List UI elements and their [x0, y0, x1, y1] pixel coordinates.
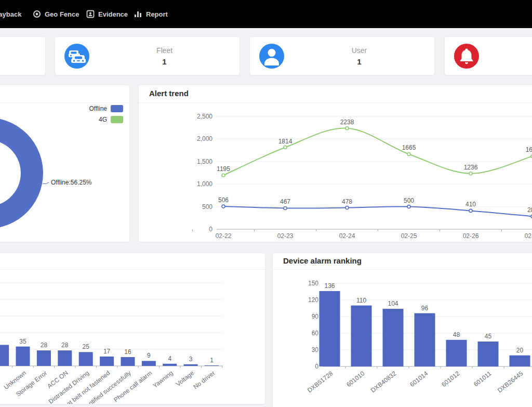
- bell-icon: [454, 44, 479, 69]
- svg-text:1620: 1620: [526, 146, 532, 153]
- svg-text:DXB51728: DXB51728: [306, 370, 335, 394]
- person-icon: [259, 44, 284, 69]
- alert-trend-chart: 05001,0001,5002,0002,50002-2202-2302-240…: [139, 85, 532, 242]
- device-ranking-chart: 0306090120150136DXB51728110601010104DXB4…: [273, 253, 532, 407]
- svg-text:02-27: 02-27: [525, 232, 532, 240]
- device-status-title: [0, 85, 129, 103]
- geofence-icon: [33, 10, 41, 18]
- svg-text:48: 48: [453, 331, 460, 338]
- svg-text:02-26: 02-26: [463, 232, 479, 240]
- nav-item-evidence[interactable]: Evidence: [86, 0, 128, 28]
- svg-text:410: 410: [466, 201, 476, 208]
- alarm-type-card: 35Unknown28Storage Error28ACC ON25Distra…: [0, 253, 265, 404]
- svg-text:478: 478: [342, 198, 352, 205]
- svg-text:601014: 601014: [408, 370, 429, 388]
- svg-text:16: 16: [124, 348, 131, 356]
- svg-text:20: 20: [516, 347, 524, 354]
- legend-4g-swatch: [111, 116, 123, 123]
- svg-text:0: 0: [315, 363, 318, 370]
- legend-item-offline[interactable]: Offline: [89, 105, 123, 112]
- user-value: 1: [284, 57, 434, 66]
- svg-text:90: 90: [312, 313, 319, 320]
- svg-text:500: 500: [202, 203, 212, 211]
- device-status-legend: Offline 4G: [89, 105, 123, 127]
- svg-text:35: 35: [19, 338, 26, 345]
- svg-text:02-23: 02-23: [277, 232, 294, 240]
- svg-text:506: 506: [218, 196, 229, 204]
- svg-text:0: 0: [209, 226, 212, 233]
- cars-icon: [64, 44, 89, 69]
- fleet-value: 1: [89, 57, 240, 66]
- svg-text:2,000: 2,000: [197, 135, 212, 142]
- svg-text:28: 28: [61, 342, 69, 349]
- legend-offline-label: Offline: [89, 105, 107, 112]
- evidence-icon: [86, 10, 95, 18]
- svg-text:467: 467: [280, 198, 290, 205]
- svg-text:1,500: 1,500: [197, 158, 212, 165]
- svg-text:110: 110: [356, 297, 366, 304]
- svg-text:500: 500: [404, 197, 414, 204]
- svg-text:02-22: 02-22: [216, 232, 232, 240]
- svg-text:1: 1: [210, 357, 214, 364]
- svg-text:1195: 1195: [217, 165, 230, 173]
- alarm-type-title: [0, 253, 265, 270]
- svg-text:Seat belt not fastened: Seat belt not fastened: [59, 369, 112, 404]
- nav-item-geofence[interactable]: Geo Fence: [33, 0, 79, 28]
- svg-text:17: 17: [103, 348, 111, 355]
- top-nav: Playback Geo Fence Evidence Report: [0, 0, 532, 28]
- svg-text:Voltage: Voltage: [175, 369, 195, 388]
- svg-text:DXB26445: DXB26445: [496, 370, 525, 394]
- svg-text:Unknown: Unknown: [3, 369, 28, 391]
- alert-trend-title: Alert trend: [139, 85, 532, 103]
- nav-report-label: Report: [146, 10, 168, 18]
- nav-evidence-label: Evidence: [98, 10, 128, 18]
- svg-text:150: 150: [308, 280, 318, 287]
- legend-item-4g[interactable]: 4G: [89, 116, 123, 123]
- svg-text:Storage Error: Storage Error: [15, 369, 48, 398]
- svg-text:3: 3: [189, 356, 193, 363]
- alarm-type-chart: 35Unknown28Storage Error28ACC ON25Distra…: [0, 253, 265, 404]
- nav-item-playback[interactable]: Playback: [0, 0, 21, 28]
- svg-text:Distracted Driving: Distracted Driving: [47, 369, 90, 404]
- svg-text:2238: 2238: [340, 119, 354, 126]
- svg-text:96: 96: [421, 305, 429, 312]
- svg-text:120: 120: [308, 296, 318, 304]
- svg-text:601010: 601010: [345, 370, 366, 388]
- svg-text:Phone call alarm: Phone call alarm: [112, 369, 153, 403]
- user-card: User 1: [249, 36, 435, 75]
- svg-text:28: 28: [41, 342, 48, 349]
- fleet-card: Fleet 1: [55, 36, 240, 75]
- svg-text:2,500: 2,500: [197, 113, 212, 120]
- svg-text:1814: 1814: [278, 138, 292, 145]
- svg-text:601011: 601011: [472, 370, 493, 388]
- fleet-label: Fleet: [89, 46, 240, 55]
- svg-text:Yawning: Yawning: [151, 369, 174, 389]
- svg-text:60: 60: [312, 330, 319, 337]
- svg-text:9: 9: [147, 352, 151, 359]
- nav-item-report[interactable]: Report: [134, 0, 168, 28]
- svg-text:DXB40832: DXB40832: [369, 370, 398, 394]
- legend-4g-label: 4G: [99, 116, 107, 123]
- nav-playback-label: Playback: [0, 10, 21, 18]
- svg-text:1,000: 1,000: [197, 180, 212, 188]
- svg-text:02-24: 02-24: [339, 232, 355, 240]
- device-ranking-title: Device alarm ranking: [273, 253, 532, 270]
- svg-text:4: 4: [168, 355, 171, 362]
- user-label: User: [284, 46, 434, 55]
- offline-callout: Offline:56.25%: [51, 179, 92, 186]
- alarm-card: [444, 36, 532, 75]
- svg-text:285: 285: [527, 206, 532, 214]
- device-ranking-card: Device alarm ranking 0306090120150136DXB…: [272, 253, 532, 407]
- svg-text:136: 136: [324, 282, 335, 290]
- svg-text:104: 104: [388, 300, 398, 307]
- svg-text:1236: 1236: [464, 164, 478, 171]
- svg-text:25: 25: [83, 343, 90, 350]
- svg-text:45: 45: [485, 333, 492, 340]
- device-status-card: Offline 4G Offline:56.25%: [0, 85, 130, 242]
- svg-text:1665: 1665: [402, 144, 416, 151]
- legend-offline-swatch: [111, 105, 123, 112]
- svg-text:30: 30: [312, 346, 319, 353]
- svg-text:02-25: 02-25: [401, 232, 417, 240]
- report-icon: [134, 10, 142, 18]
- stat-card-left-partial: [0, 36, 46, 75]
